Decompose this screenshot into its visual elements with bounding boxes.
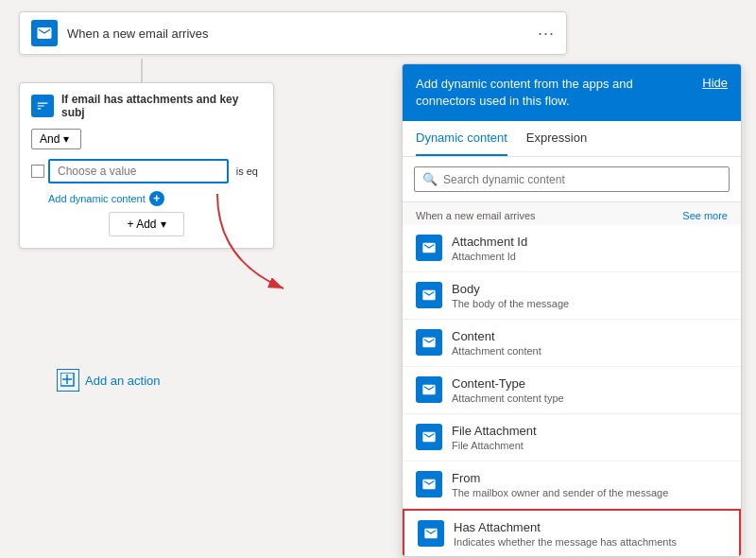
condition-icon: [31, 95, 54, 117]
and-label: And: [40, 132, 60, 146]
add-action[interactable]: Add an action: [57, 369, 161, 392]
trigger-more-button[interactable]: ···: [538, 24, 555, 44]
add-button-label: + Add: [127, 218, 156, 231]
trigger-card: When a new email arrives ···: [19, 11, 567, 55]
choose-value-input[interactable]: [48, 159, 229, 183]
chevron-down-icon-add: ▾: [161, 218, 166, 231]
item-desc: File Attachment: [452, 440, 728, 451]
content-type-icon: [421, 382, 437, 397]
body-icon: [421, 288, 437, 303]
panel-header: Add dynamic content from the apps and co…: [403, 64, 741, 121]
content-icon: [421, 335, 437, 350]
item-desc: Attachment Id: [452, 251, 728, 262]
see-more-link[interactable]: See more: [682, 210, 728, 221]
item-desc: The body of the message: [452, 298, 728, 309]
email-icon: [36, 25, 53, 42]
item-title: Attachment Id: [452, 235, 728, 249]
item-icon-content-type: [416, 376, 442, 403]
condition-checkbox[interactable]: [31, 165, 44, 178]
item-text-from: From The mailbox owner and sender of the…: [452, 471, 728, 498]
list-item-content[interactable]: Content Attachment content: [403, 320, 741, 367]
condition-title: If email has attachments and key subj: [61, 93, 262, 119]
dynamic-panel: Add dynamic content from the apps and co…: [402, 63, 742, 557]
panel-items: Attachment Id Attachment Id Body The bod…: [403, 225, 741, 556]
item-desc: Indicates whether the message has attach…: [454, 536, 726, 548]
item-text-content-type: Content-Type Attachment content type: [452, 376, 728, 404]
condition-card: If email has attachments and key subj An…: [19, 82, 274, 249]
file-attachment-icon: [421, 429, 437, 445]
hide-button[interactable]: Hide: [702, 76, 728, 90]
item-title: Has Attachment: [454, 520, 726, 534]
list-item-has-attachment[interactable]: Has Attachment Indicates whether the mes…: [403, 509, 741, 556]
item-title: Body: [452, 282, 728, 296]
item-text-file-attachment: File Attachment File Attachment: [452, 424, 728, 451]
connector-line: [141, 59, 143, 82]
add-action-icon: [57, 369, 79, 392]
condition-header: If email has attachments and key subj: [31, 93, 262, 119]
condition-icon-svg: [36, 99, 49, 113]
tab-dynamic-content[interactable]: Dynamic content: [416, 121, 507, 156]
canvas-area: When a new email arrives ··· If email ha…: [0, 0, 756, 558]
and-dropdown[interactable]: And ▾: [31, 129, 81, 149]
search-box: 🔍: [414, 166, 730, 192]
panel-header-text: Add dynamic content from the apps and co…: [416, 76, 702, 110]
item-icon-from: [416, 471, 442, 497]
list-item-attachment-id[interactable]: Attachment Id Attachment Id: [403, 225, 741, 272]
has-attachment-icon: [423, 526, 438, 541]
attachment-id-icon: [421, 240, 437, 255]
item-text-content: Content Attachment content: [452, 329, 728, 357]
item-icon-attachment-id: [416, 235, 442, 261]
is-equal-badge: is eq: [232, 163, 262, 180]
trigger-icon: [31, 20, 58, 46]
item-icon-content: [416, 329, 442, 356]
from-icon: [421, 477, 437, 492]
plus-icon: +: [149, 191, 164, 206]
add-action-label: Add an action: [85, 374, 161, 388]
item-desc: Attachment content type: [452, 392, 728, 404]
item-title: Content-Type: [452, 376, 728, 391]
list-item-file-attachment[interactable]: File Attachment File Attachment: [403, 414, 741, 462]
chevron-down-icon: ▾: [63, 132, 69, 146]
add-dynamic-content-link[interactable]: Add dynamic content +: [48, 191, 262, 206]
item-text-body: Body The body of the message: [452, 282, 728, 309]
section-title: When a new email arrives: [416, 210, 536, 221]
trigger-title: When a new email arrives: [67, 26, 538, 41]
add-icon-svg: [60, 373, 76, 388]
item-icon-has-attachment: [418, 520, 444, 547]
item-icon-file-attachment: [416, 424, 442, 450]
panel-tabs: Dynamic content Expression: [403, 121, 741, 157]
item-title: From: [452, 471, 728, 485]
tab-expression[interactable]: Expression: [526, 121, 587, 156]
add-button[interactable]: + Add ▾: [109, 212, 184, 236]
item-desc: Attachment content: [452, 345, 728, 357]
search-icon: 🔍: [422, 172, 438, 186]
item-title: Content: [452, 329, 728, 343]
item-title: File Attachment: [452, 424, 728, 438]
item-text-attachment-id: Attachment Id Attachment Id: [452, 235, 728, 262]
add-dynamic-label: Add dynamic content: [48, 193, 146, 204]
search-input[interactable]: [443, 173, 721, 186]
list-item-from[interactable]: From The mailbox owner and sender of the…: [403, 462, 741, 509]
panel-section-label: When a new email arrives See more: [403, 202, 741, 225]
panel-search: 🔍: [403, 157, 741, 202]
item-desc: The mailbox owner and sender of the mess…: [452, 487, 728, 498]
item-icon-body: [416, 282, 442, 308]
condition-row: is eq: [31, 159, 262, 183]
list-item-content-type[interactable]: Content-Type Attachment content type: [403, 367, 741, 414]
list-item-body[interactable]: Body The body of the message: [403, 272, 741, 320]
item-text-has-attachment: Has Attachment Indicates whether the mes…: [454, 520, 726, 548]
